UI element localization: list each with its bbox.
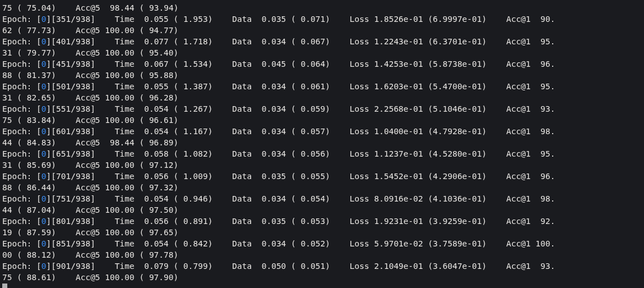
terminal-cursor — [2, 284, 7, 288]
log-line: 75 ( 75.04) Acc@5 98.44 ( 93.94) — [2, 3, 178, 12]
terminal-output: 75 ( 75.04) Acc@5 98.44 ( 93.94) Epoch: … — [0, 0, 644, 288]
